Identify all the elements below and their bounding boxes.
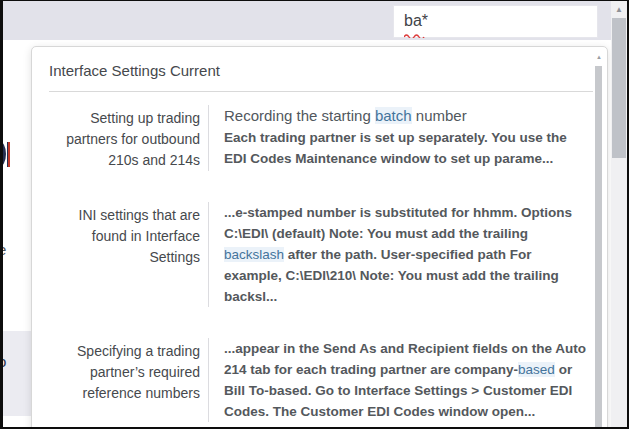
result-excerpt-line: ...appear in the Send As and Recipient f…: [224, 338, 591, 359]
excerpt-text: backsl...: [224, 289, 277, 304]
excerpt-text: Each trading partner is set up separatel…: [224, 130, 567, 145]
result-topic-line: Setting up trading: [49, 108, 200, 129]
result-topic-line: reference numbers: [49, 383, 200, 404]
scroll-up-icon[interactable]: ▲: [595, 52, 603, 62]
result-excerpt-line: Codes. The Customer EDI Codes window ope…: [224, 401, 591, 422]
search-term-highlight: backslash: [224, 247, 284, 262]
background-partial-glyph: [7, 142, 10, 167]
excerpt-text: Bill To-based. Go to Interface Settings …: [224, 383, 572, 398]
excerpt-text: ...e-stamped number is substituted for h…: [224, 205, 572, 220]
excerpt-text: 214 tab for each trading partner are com…: [224, 362, 518, 377]
excerpt-text: or: [555, 362, 572, 377]
search-results-panel: Interface Settings Current Setting up tr…: [31, 46, 608, 427]
result-excerpt-line: ...e-stamped number is substituted for h…: [224, 202, 591, 223]
results-header: Interface Settings Current: [32, 47, 607, 91]
scroll-up-icon[interactable]: ▲: [611, 1, 627, 18]
result-topic-line: Specifying a trading: [49, 341, 200, 362]
result-excerpt-line: C:\EDI\ (default) Note: You must add the…: [224, 223, 591, 244]
search-term-highlight: based: [518, 362, 555, 377]
search-term-highlight: batch: [375, 107, 412, 124]
result-excerpt-line: example, C:\EDI\210\ Note: You must add …: [224, 265, 591, 286]
result-excerpt-line: backsl...: [224, 286, 591, 307]
result-topic: Specifying a tradingpartner’s requiredre…: [49, 338, 208, 422]
result-topic: Setting up tradingpartners for outbound2…: [49, 105, 208, 171]
search-result-row[interactable]: INI settings that arefound in InterfaceS…: [49, 198, 591, 323]
result-topic-line: partner’s required: [49, 362, 200, 383]
spellcheck-squiggle-icon: [404, 33, 425, 38]
excerpt-text: after the path. User-specified path For: [284, 247, 532, 262]
background-partial-text: e: [3, 241, 6, 258]
panel-scrollbar[interactable]: ▲: [595, 52, 603, 427]
excerpt-text: example, C:\EDI\210\ Note: You must add …: [224, 268, 559, 283]
background-partial-glyph: [3, 141, 6, 167]
excerpt-text: EDI Codes Maintenance window to set up p…: [224, 151, 553, 166]
search-result-row[interactable]: Specifying a tradingpartner’s requiredre…: [49, 334, 591, 427]
background-partial-text: o: [3, 353, 6, 370]
panel-scrollbar-thumb[interactable]: [595, 66, 602, 427]
result-excerpt: ...appear in the Send As and Recipient f…: [208, 338, 591, 422]
result-excerpt-line: backslash after the path. User-specified…: [224, 244, 591, 265]
result-topic-line: partners for outbound: [49, 129, 200, 150]
result-excerpt: Recording the starting batch numberEach …: [208, 105, 591, 171]
results-list: Setting up tradingpartners for outbound2…: [32, 92, 607, 427]
window-scrollbar-thumb[interactable]: [612, 18, 626, 158]
result-excerpt-line: 214 tab for each trading partner are com…: [224, 359, 591, 380]
background-gray-section: o: [3, 331, 31, 416]
window-scrollbar[interactable]: ▲: [611, 1, 627, 427]
excerpt-text: C:\EDI\ (default) Note: You must add the…: [224, 226, 528, 241]
search-query-text: ba*: [404, 12, 428, 30]
search-input[interactable]: ba*: [393, 5, 598, 38]
result-topic-line: Settings: [49, 247, 200, 268]
screen-content: ba* e o Interface Settings Current Setti…: [3, 1, 627, 427]
result-excerpt-line: Each trading partner is set up separatel…: [224, 127, 591, 148]
result-topic: INI settings that arefound in InterfaceS…: [49, 202, 208, 307]
result-excerpt-line: EDI Codes Maintenance window to set up p…: [224, 148, 591, 169]
excerpt-text: number: [412, 107, 467, 124]
excerpt-text: Recording the starting: [224, 107, 375, 124]
result-excerpt-line: Recording the starting batch number: [224, 105, 591, 127]
result-excerpt: ...e-stamped number is substituted for h…: [208, 202, 591, 307]
search-result-row[interactable]: Setting up tradingpartners for outbound2…: [49, 101, 591, 187]
result-topic-line: INI settings that are: [49, 205, 200, 226]
excerpt-text: ...appear in the Send As and Recipient f…: [224, 341, 586, 356]
result-topic-line: 210s and 214s: [49, 150, 200, 171]
result-topic-line: found in Interface: [49, 226, 200, 247]
result-excerpt-line: Bill To-based. Go to Interface Settings …: [224, 380, 591, 401]
excerpt-text: Codes. The Customer EDI Codes window ope…: [224, 404, 535, 419]
